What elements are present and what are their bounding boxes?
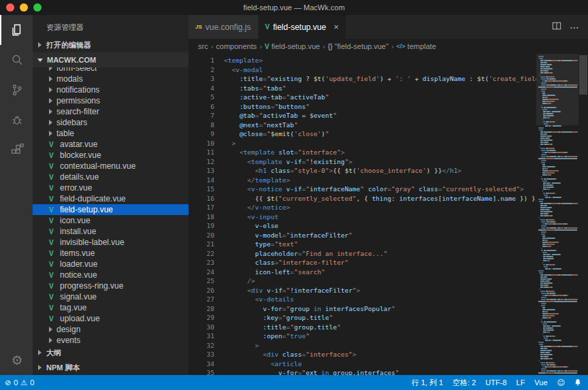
language-mode[interactable]: Vue [529, 378, 552, 387]
tree-item-label: signal.vue [60, 292, 97, 302]
tree-item-search-filter[interactable]: search-filter [33, 106, 189, 117]
outline-section[interactable]: 大纲 [33, 345, 189, 360]
vue-file-icon: V [49, 141, 57, 148]
tree-item-label: avatar.vue [60, 140, 97, 149]
tree-item-label: design [56, 325, 80, 334]
project-label: MACWK.COM [47, 56, 96, 64]
chevron-down-icon [37, 59, 43, 62]
tree-item-events[interactable]: events [33, 335, 189, 345]
source-control-icon[interactable] [0, 75, 33, 105]
breadcrumb-item[interactable]: {}"field-setup.vue" [328, 42, 389, 50]
tree-item-signal.vue[interactable]: Vsignal.vue [33, 291, 189, 302]
line-number: 19 [189, 221, 214, 231]
line-number: 22 [189, 249, 214, 259]
tree-item-install.vue[interactable]: Vinstall.vue [33, 226, 189, 237]
indentation-setting[interactable]: 空格: 2 [448, 378, 480, 388]
tab-field-setup.vue[interactable]: Vfield-setup.vue× [259, 15, 346, 39]
editor-scrollbar[interactable] [578, 54, 588, 375]
vue-file-icon: V [49, 282, 57, 290]
tree-item-design[interactable]: design [33, 324, 189, 335]
window-title: field-setup.vue — MacWk.com [243, 3, 344, 12]
tab-vue.config.js[interactable]: JSvue.config.js [189, 15, 259, 39]
tree-item-table[interactable]: table [33, 128, 189, 139]
code-line: v-for="ext in group.interfaces" [224, 368, 536, 375]
breadcrumb-item[interactable]: </>template [397, 42, 436, 50]
warning-count: 0 [30, 378, 34, 387]
tree-item-label: invisible-label.vue [60, 238, 125, 247]
tree-item-sidebars[interactable]: sidebars [33, 117, 189, 128]
breadcrumb-item[interactable]: src [198, 42, 208, 50]
tree-item-avatar.vue[interactable]: Vavatar.vue [33, 139, 189, 150]
tree-item-notice.vue[interactable]: Vnotice.vue [33, 270, 189, 280]
code-editor[interactable]: 1234567891011121314151617181920212223242… [189, 54, 588, 375]
scrollbar-thumb[interactable] [579, 55, 587, 95]
tree-item-label: search-filter [56, 107, 99, 116]
code-line: <template v-if="!existing"> [224, 157, 536, 167]
cursor-position[interactable]: 行 1, 列 1 [407, 378, 448, 388]
code-line: placeholder="Find an interface..." [224, 249, 536, 259]
zoom-window-button[interactable] [33, 3, 42, 12]
chevron-right-icon [49, 327, 52, 332]
line-number: 32 [189, 341, 214, 351]
minimize-window-button[interactable] [20, 3, 28, 12]
eol-setting[interactable]: LF [512, 378, 530, 387]
npm-scripts-section[interactable]: NPM 脚本 [33, 360, 189, 375]
tree-item-label: loader.vue [60, 259, 97, 269]
line-numbers: 1234567891011121314151617181920212223242… [189, 54, 224, 375]
line-number: 35 [189, 368, 214, 378]
code-line: <h1 class="style-0">{{ $t('choose_interf… [224, 166, 536, 176]
breadcrumb-item[interactable]: Vfield-setup.vue [265, 42, 320, 50]
breadcrumb-item[interactable]: components [216, 42, 257, 50]
close-tab-icon[interactable]: × [333, 22, 339, 32]
search-icon[interactable] [0, 45, 33, 75]
line-number: 21 [189, 240, 214, 249]
vue-file-icon: V [49, 272, 57, 279]
chevron-right-icon [49, 87, 52, 93]
breadcrumb-label: template [408, 42, 436, 50]
line-number: 3 [189, 74, 214, 84]
tree-item-label: tag.vue [60, 303, 86, 312]
tree-item-tag.vue[interactable]: Vtag.vue [33, 302, 189, 313]
notifications-bell-icon[interactable] [570, 378, 588, 387]
code-line: :active-tab="activeTab" [224, 93, 536, 102]
line-number: 6 [189, 102, 214, 112]
tree-item-invisible-label.vue[interactable]: Vinvisible-label.vue [33, 237, 189, 248]
chevron-right-icon [49, 98, 52, 103]
tree-item-progress-ring.vue[interactable]: Vprogress-ring.vue [33, 280, 189, 291]
code-line: > [224, 139, 536, 148]
tree-item-loader.vue[interactable]: Vloader.vue [33, 259, 189, 270]
vue-file-icon: V [49, 163, 57, 170]
project-section[interactable]: MACWK.COM [33, 52, 189, 67]
tree-item-label: icon.vue [60, 216, 91, 225]
tree-item-field-setup.vue[interactable]: Vfield-setup.vue [33, 204, 189, 215]
tree-item-upload.vue[interactable]: Vupload.vue [33, 313, 189, 324]
extensions-icon[interactable] [0, 135, 33, 165]
tree-item-notifications[interactable]: notifications [33, 84, 189, 95]
more-actions-icon[interactable]: ⋯ [570, 22, 580, 33]
tree-item-details.vue[interactable]: Vdetails.vue [33, 172, 189, 182]
tree-item-modals[interactable]: modals [33, 74, 189, 84]
tree-item-permissions[interactable]: permissions [33, 95, 189, 106]
tree-item-blocker.vue[interactable]: Vblocker.vue [33, 150, 189, 161]
settings-gear-icon[interactable]: ⚙ [0, 345, 33, 375]
feedback-smiley-icon[interactable]: ☺ [553, 378, 570, 387]
line-number: 11 [189, 148, 214, 157]
explorer-icon[interactable] [0, 15, 33, 45]
open-editors-section[interactable]: 打开的编辑器 [33, 37, 189, 52]
minimap[interactable] [536, 54, 578, 375]
js-file-icon: JS [195, 24, 202, 30]
tree-item-label: upload.vue [60, 314, 100, 323]
tree-item-field-duplicate.vue[interactable]: Vfield-duplicate.vue [33, 193, 189, 204]
code-line: <div class="interfaces"> [224, 350, 536, 359]
encoding-setting[interactable]: UTF-8 [480, 378, 511, 387]
problems-indicator[interactable]: ⊘ 0 ⚠ 0 [0, 378, 39, 387]
split-editor-icon[interactable] [552, 21, 561, 33]
debug-icon[interactable] [0, 105, 33, 135]
tree-item-items.vue[interactable]: Vitems.vue [33, 248, 189, 259]
close-window-button[interactable] [6, 3, 14, 12]
tree-item-error.vue[interactable]: Verror.vue [33, 182, 189, 193]
breadcrumb-label: field-setup.vue [272, 42, 321, 50]
tree-item-contextual-menu.vue[interactable]: Vcontextual-menu.vue [33, 161, 189, 172]
tree-item-icon.vue[interactable]: Vicon.vue [33, 215, 189, 226]
tree-item-form-select[interactable]: form-select [33, 67, 189, 74]
